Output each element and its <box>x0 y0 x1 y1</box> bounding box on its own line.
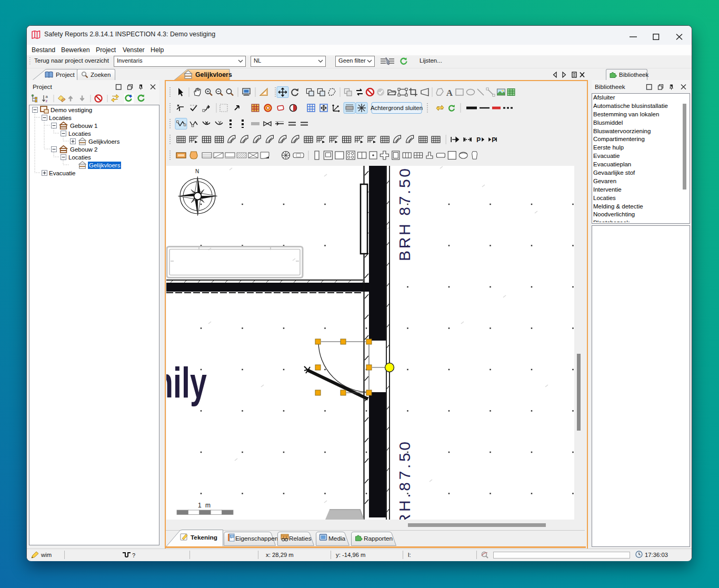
svg-text:?: ? <box>132 552 135 559</box>
svg-text:BRH.87.50: BRH.87.50 <box>396 442 413 520</box>
svg-text:1 m: 1 m <box>198 502 212 509</box>
svg-text:z: z <box>46 98 48 103</box>
svg-text:A: A <box>446 88 453 98</box>
svg-text:P: P <box>492 136 496 144</box>
svg-text:N: N <box>195 168 199 174</box>
svg-text:Family: Family <box>166 358 207 407</box>
svg-text:BRH 87.50: BRH 87.50 <box>396 168 413 261</box>
svg-text:P: P <box>476 136 481 144</box>
svg-text:Achtergrond sluiten: Achtergrond sluiten <box>371 105 423 111</box>
